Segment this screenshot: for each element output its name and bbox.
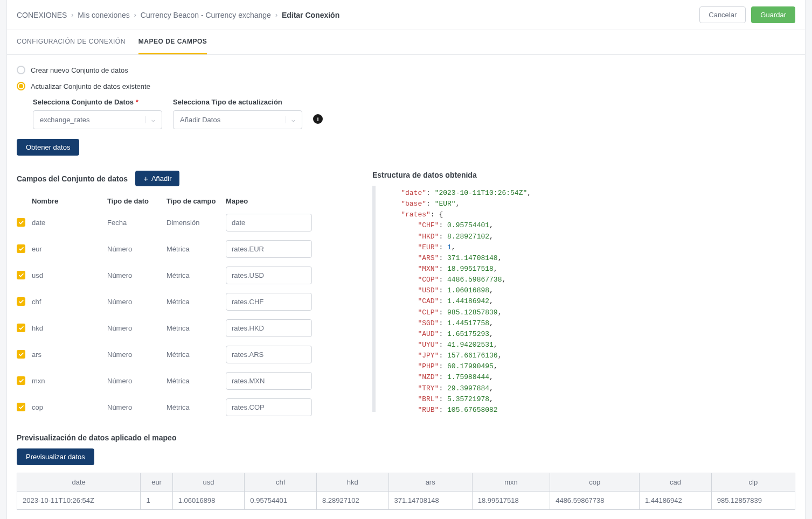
preview-cell: 18.99517518 [472,492,550,510]
field-fieldtype: Dimensión [166,219,226,227]
field-checkbox[interactable] [17,350,25,359]
field-name: ars [32,350,107,359]
preview-col-header: chf [245,473,317,492]
field-mapping-input[interactable] [226,293,312,311]
field-row: hkdNúmeroMétrica [17,315,351,341]
field-row: copNúmeroMétrica [17,394,351,420]
field-name: chf [32,298,107,306]
preview-col-header: usd [172,473,245,492]
field-name: cop [32,403,107,411]
field-mapping-input[interactable] [226,398,312,416]
preview-cell: 8.28927102 [316,492,388,510]
cancel-button[interactable]: Cancelar [699,6,746,23]
radio-update-dataset[interactable] [17,82,25,90]
preview-data-button[interactable]: Previsualizar datos [17,448,94,465]
radio-create-label: Crear nuevo Conjunto de datos [31,66,128,74]
field-fieldtype: Métrica [166,403,226,411]
field-checkbox[interactable] [17,244,25,253]
preview-cell: 2023-10-11T10:26:54Z [17,492,141,510]
field-datatype: Número [107,271,166,279]
field-fieldtype: Métrica [166,350,226,359]
chevron-right-icon: › [275,11,277,19]
preview-cell: 985.12857839 [711,492,795,510]
col-datatype: Tipo de dato [107,197,166,205]
preview-col-header: cop [550,473,640,492]
preview-col-header: date [17,473,141,492]
field-checkbox[interactable] [17,403,25,411]
preview-col-header: hkd [316,473,388,492]
tab-config[interactable]: CONFIGURACIÓN DE CONEXIÓN [17,30,126,54]
json-structure-panel[interactable]: "date": "2023-10-11T10:26:54Z", "base": … [372,186,795,412]
breadcrumb: CONEXIONES › Mis conexiones › Currency B… [17,11,339,19]
preview-cell: 1 [141,492,172,510]
col-name: Nombre [32,197,107,205]
field-name: usd [32,271,107,279]
preview-cell: 1.06016898 [172,492,245,510]
chevron-down-icon: ⌵ [145,116,155,123]
field-fieldtype: Métrica [166,377,226,385]
radio-update-label: Actualizar Conjunto de datos existente [31,82,150,90]
info-icon[interactable]: i [313,114,323,124]
field-row: eurNúmeroMétrica [17,236,351,262]
field-fieldtype: Métrica [166,245,226,253]
preview-cell: 371.14708148 [388,492,472,510]
breadcrumb-level2[interactable]: Currency Beacon - Currency exchange [141,11,271,19]
field-datatype: Número [107,403,166,411]
plus-icon: + [143,174,148,183]
select-update-type-value: Añadir Datos [180,116,220,124]
field-datatype: Fecha [107,219,166,227]
field-row: chfNúmeroMétrica [17,289,351,315]
breadcrumb-level1[interactable]: Mis conexiones [78,11,130,19]
field-row: dateFechaDimensión [17,209,351,236]
field-datatype: Número [107,298,166,306]
col-mapping: Mapeo [226,197,317,205]
breadcrumb-current: Editar Conexión [282,11,339,19]
preview-section-title: Previsualización de datos aplicado el ma… [17,433,176,442]
field-mapping-input[interactable] [226,346,312,363]
field-mapping-input[interactable] [226,372,312,390]
save-button[interactable]: Guardar [751,6,795,23]
field-mapping-input[interactable] [226,240,312,258]
preview-col-header: eur [141,473,172,492]
field-name: mxn [32,377,107,385]
field-mapping-input[interactable] [226,214,312,232]
field-mapping-input[interactable] [226,319,312,337]
chevron-right-icon: › [71,11,73,19]
preview-cell: 1.44186942 [640,492,712,510]
radio-create-dataset[interactable] [17,66,25,74]
add-field-button[interactable]: + Añadir [135,171,179,186]
field-datatype: Número [107,245,166,253]
field-fieldtype: Métrica [166,271,226,279]
field-row: arsNúmeroMétrica [17,341,351,368]
field-name: eur [32,245,107,253]
field-checkbox[interactable] [17,376,25,385]
col-fieldtype: Tipo de campo [166,197,226,205]
chevron-right-icon: › [134,11,136,19]
field-row: mxnNúmeroMétrica [17,368,351,394]
field-checkbox[interactable] [17,271,25,279]
structure-section-title: Estructura de datos obtenida [372,171,477,179]
select-update-type-label: Selecciona Tipo de actualización [173,98,302,106]
select-dataset[interactable]: exchange_rates ⌵ [33,110,162,129]
field-fieldtype: Métrica [166,324,226,332]
field-checkbox[interactable] [17,297,25,306]
field-fieldtype: Métrica [166,298,226,306]
field-datatype: Número [107,377,166,385]
get-data-button[interactable]: Obtener datos [17,139,79,156]
breadcrumb-root[interactable]: CONEXIONES [17,11,67,19]
select-dataset-value: exchange_rates [40,116,90,124]
fields-section-title: Campos del Conjunto de datos [17,174,128,183]
tab-mapping[interactable]: MAPEO DE CAMPOS [138,30,207,54]
field-row: usdNúmeroMétrica [17,262,351,289]
preview-col-header: clp [711,473,795,492]
preview-col-header: mxn [472,473,550,492]
preview-col-header: ars [388,473,472,492]
chevron-down-icon: ⌵ [286,116,295,123]
field-datatype: Número [107,324,166,332]
select-update-type[interactable]: Añadir Datos ⌵ [173,110,302,129]
field-checkbox[interactable] [17,218,25,227]
field-checkbox[interactable] [17,324,25,332]
field-mapping-input[interactable] [226,266,312,284]
field-name: date [32,219,107,227]
preview-cell: 0.95754401 [245,492,317,510]
